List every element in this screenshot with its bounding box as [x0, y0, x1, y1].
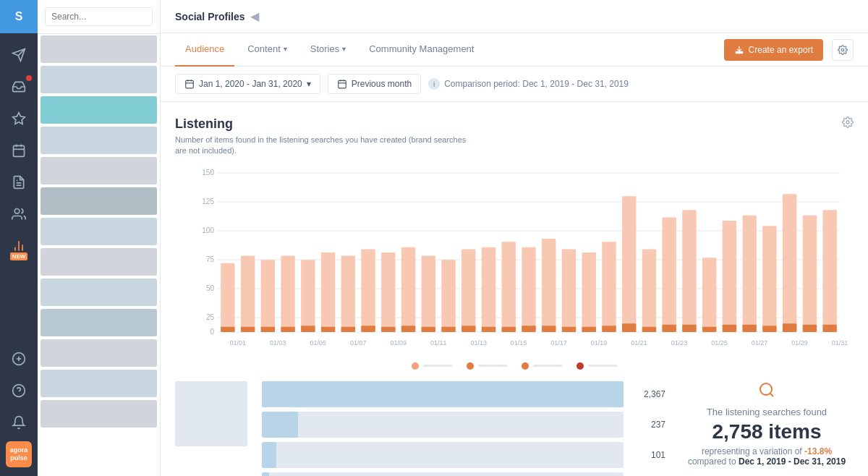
svg-text:150: 150	[202, 169, 214, 177]
svg-text:01/09: 01/09	[390, 339, 407, 347]
info-icon[interactable]: i	[428, 78, 440, 90]
legend-line	[423, 365, 452, 367]
avatar[interactable]: S	[0, 0, 38, 33]
sidebar-icon-plus[interactable]	[0, 346, 38, 372]
svg-rect-52	[301, 326, 315, 332]
profile-items	[38, 34, 160, 429]
agora-logo: agorapulse	[6, 441, 32, 467]
sidebar-icon-inbox[interactable]	[0, 71, 38, 103]
svg-text:01/11: 01/11	[430, 339, 447, 347]
profile-item-active[interactable]	[41, 96, 157, 124]
svg-rect-67	[461, 249, 475, 331]
profile-item[interactable]	[41, 66, 157, 93]
svg-point-28	[846, 121, 849, 124]
svg-text:01/29: 01/29	[791, 339, 808, 347]
chevron-down-icon: ▾	[284, 45, 287, 53]
big-number: 2,758 items	[712, 420, 822, 443]
svg-rect-80	[582, 326, 596, 331]
sidebar-icon-question[interactable]	[0, 378, 38, 404]
profile-item[interactable]	[41, 157, 157, 184]
chevron-down-icon: ▾	[307, 79, 311, 89]
sidebar-icon-paperplane[interactable]	[0, 39, 38, 71]
profile-item[interactable]	[41, 127, 157, 154]
svg-rect-101	[803, 215, 817, 331]
tab-stories[interactable]: Stories ▾	[300, 33, 356, 67]
create-export-button[interactable]: Create an export	[724, 39, 823, 61]
svg-rect-3	[14, 145, 25, 156]
tab-content[interactable]: Content ▾	[237, 33, 297, 67]
sidebar-icon-chart[interactable]: NEW	[0, 230, 38, 262]
profile-item[interactable]	[41, 35, 157, 63]
profile-search-input[interactable]	[45, 7, 153, 26]
stats-bar-item-4: 53	[262, 472, 665, 476]
stats-bar-bg	[262, 381, 624, 407]
svg-rect-56	[341, 326, 355, 331]
svg-rect-49	[281, 255, 294, 332]
chart-settings-button[interactable]	[842, 116, 854, 131]
legend-line	[478, 365, 507, 367]
svg-rect-45	[241, 255, 255, 332]
previous-month-button[interactable]: Previous month	[328, 74, 421, 94]
svg-rect-70	[482, 326, 495, 331]
sidebar-icon-document[interactable]	[0, 166, 38, 198]
settings-button[interactable]	[832, 39, 854, 61]
svg-text:01/05: 01/05	[310, 339, 326, 347]
new-badge: NEW	[10, 252, 28, 260]
chart-title: Listening	[175, 116, 479, 132]
sidebar-icon-calendar[interactable]	[0, 135, 38, 166]
svg-rect-61	[401, 247, 415, 331]
legend-line	[588, 365, 617, 367]
profile-item[interactable]	[41, 370, 157, 397]
collapse-icon[interactable]: ◀	[250, 9, 259, 23]
profile-item[interactable]	[41, 218, 157, 245]
svg-rect-91	[702, 258, 716, 332]
stats-bar-item-1: 2,367	[262, 381, 665, 407]
nav-tabs-list: Audience Content ▾ Stories ▾ Community M…	[175, 33, 484, 66]
sidebar-icon-bell[interactable]	[0, 409, 38, 435]
bar-chart: 150 125 100 75 50 25 0 01/0101/0301/0501…	[175, 166, 854, 370]
svg-text:01/17: 01/17	[550, 339, 567, 347]
svg-rect-95	[742, 215, 756, 331]
svg-rect-47	[261, 260, 275, 332]
svg-text:01/21: 01/21	[631, 339, 647, 347]
svg-rect-66	[441, 326, 455, 331]
svg-rect-69	[482, 247, 495, 331]
export-icon	[734, 45, 744, 55]
profile-item[interactable]	[41, 339, 157, 367]
profile-item[interactable]	[41, 187, 157, 215]
svg-rect-59	[381, 252, 395, 332]
nav-tabs-actions: Create an export	[724, 39, 854, 61]
svg-rect-24	[339, 80, 346, 88]
svg-rect-74	[522, 326, 535, 332]
profile-item[interactable]	[41, 248, 157, 276]
svg-marker-2	[13, 113, 25, 124]
svg-line-122	[770, 393, 773, 396]
comparison-info: i Comparison period: Dec 1, 2019 - Dec 3…	[428, 78, 629, 90]
topbar-title: Social Profiles	[175, 11, 244, 22]
profile-item[interactable]	[41, 279, 157, 306]
chart-legend	[175, 362, 854, 370]
placeholder-image	[175, 381, 247, 446]
svg-rect-94	[723, 325, 736, 332]
svg-text:100: 100	[202, 226, 214, 234]
profile-item[interactable]	[41, 309, 157, 336]
tab-audience[interactable]: Audience	[175, 33, 234, 67]
variation-value: -13.8%	[804, 446, 832, 456]
stats-summary: The listening searches found 2,758 items…	[680, 381, 854, 467]
tab-community-management[interactable]: Community Management	[359, 33, 484, 67]
sidebar-icon-star[interactable]	[0, 103, 38, 135]
svg-rect-58	[361, 326, 375, 332]
sidebar-icon-people[interactable]	[0, 198, 38, 230]
svg-rect-100	[783, 323, 796, 332]
period-value: Dec 1, 2019 - Dec 31, 2019	[739, 456, 846, 467]
stats-bar-value: 2,367	[629, 389, 665, 399]
svg-rect-86	[642, 326, 656, 331]
profile-item[interactable]	[41, 400, 157, 428]
date-range-picker[interactable]: Jan 1, 2020 - Jan 31, 2020 ▾	[175, 74, 320, 94]
svg-rect-88	[662, 325, 676, 332]
svg-rect-60	[381, 326, 395, 331]
svg-text:01/01: 01/01	[229, 339, 246, 347]
chart-svg: 150 125 100 75 50 25 0 01/0101/0301/0501…	[175, 166, 854, 354]
svg-rect-98	[762, 326, 776, 332]
svg-rect-78	[562, 326, 576, 331]
